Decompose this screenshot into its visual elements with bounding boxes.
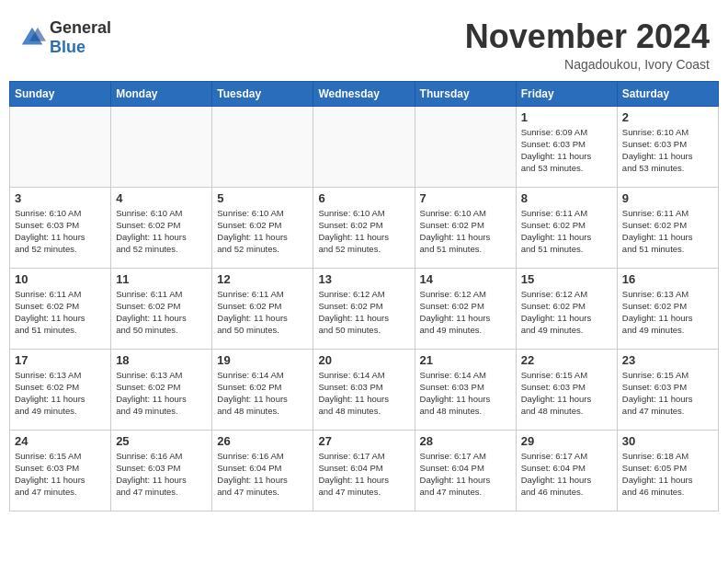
calendar-day-11: 11Sunrise: 6:11 AM Sunset: 6:02 PM Dayli… [111,268,212,349]
calendar-day-4: 4Sunrise: 6:10 AM Sunset: 6:02 PM Daylig… [111,187,212,268]
calendar-day-empty [10,106,111,187]
day-number: 5 [217,191,308,205]
calendar-day-3: 3Sunrise: 6:10 AM Sunset: 6:03 PM Daylig… [10,187,111,268]
day-number: 10 [15,272,106,286]
day-info: Sunrise: 6:13 AM Sunset: 6:02 PM Dayligh… [622,288,713,337]
day-number: 18 [116,353,207,367]
calendar-table: SundayMondayTuesdayWednesdayThursdayFrid… [9,81,719,511]
calendar-day-24: 24Sunrise: 6:15 AM Sunset: 6:03 PM Dayli… [10,430,111,511]
day-info: Sunrise: 6:10 AM Sunset: 6:03 PM Dayligh… [15,207,106,256]
day-info: Sunrise: 6:15 AM Sunset: 6:03 PM Dayligh… [521,369,612,418]
calendar-day-empty [111,106,212,187]
calendar-week-row: 10Sunrise: 6:11 AM Sunset: 6:02 PM Dayli… [10,268,719,349]
day-number: 8 [521,191,612,205]
day-number: 28 [420,434,511,448]
logo-text: General Blue [50,18,111,57]
calendar-day-21: 21Sunrise: 6:14 AM Sunset: 6:03 PM Dayli… [415,349,516,430]
calendar-day-27: 27Sunrise: 6:17 AM Sunset: 6:04 PM Dayli… [313,430,415,511]
calendar-day-2: 2Sunrise: 6:10 AM Sunset: 6:03 PM Daylig… [617,106,718,187]
day-info: Sunrise: 6:11 AM Sunset: 6:02 PM Dayligh… [521,207,612,256]
logo-icon [18,24,46,52]
calendar-day-28: 28Sunrise: 6:17 AM Sunset: 6:04 PM Dayli… [415,430,516,511]
day-number: 1 [521,110,612,124]
day-number: 3 [15,191,106,205]
day-number: 7 [420,191,511,205]
day-number: 16 [622,272,713,286]
calendar-day-25: 25Sunrise: 6:16 AM Sunset: 6:03 PM Dayli… [111,430,212,511]
day-info: Sunrise: 6:13 AM Sunset: 6:02 PM Dayligh… [15,369,106,418]
calendar-day-22: 22Sunrise: 6:15 AM Sunset: 6:03 PM Dayli… [516,349,617,430]
day-number: 13 [318,272,409,286]
calendar-day-20: 20Sunrise: 6:14 AM Sunset: 6:03 PM Dayli… [313,349,415,430]
weekday-header-saturday: Saturday [617,81,718,106]
day-info: Sunrise: 6:11 AM Sunset: 6:02 PM Dayligh… [116,288,207,337]
calendar-day-29: 29Sunrise: 6:17 AM Sunset: 6:04 PM Dayli… [516,430,617,511]
day-info: Sunrise: 6:11 AM Sunset: 6:02 PM Dayligh… [217,288,308,337]
calendar-day-17: 17Sunrise: 6:13 AM Sunset: 6:02 PM Dayli… [10,349,111,430]
weekday-header-wednesday: Wednesday [313,81,415,106]
day-info: Sunrise: 6:14 AM Sunset: 6:02 PM Dayligh… [217,369,308,418]
logo: General Blue [18,18,111,57]
calendar-day-10: 10Sunrise: 6:11 AM Sunset: 6:02 PM Dayli… [10,268,111,349]
day-info: Sunrise: 6:15 AM Sunset: 6:03 PM Dayligh… [622,369,713,418]
calendar-week-row: 17Sunrise: 6:13 AM Sunset: 6:02 PM Dayli… [10,349,719,430]
day-info: Sunrise: 6:11 AM Sunset: 6:02 PM Dayligh… [15,288,106,337]
weekday-header-sunday: Sunday [10,81,111,106]
calendar-day-12: 12Sunrise: 6:11 AM Sunset: 6:02 PM Dayli… [212,268,313,349]
calendar-day-5: 5Sunrise: 6:10 AM Sunset: 6:02 PM Daylig… [212,187,313,268]
day-info: Sunrise: 6:10 AM Sunset: 6:02 PM Dayligh… [116,207,207,256]
calendar-day-13: 13Sunrise: 6:12 AM Sunset: 6:02 PM Dayli… [313,268,415,349]
day-number: 21 [420,353,511,367]
calendar-day-7: 7Sunrise: 6:10 AM Sunset: 6:02 PM Daylig… [415,187,516,268]
calendar-day-26: 26Sunrise: 6:16 AM Sunset: 6:04 PM Dayli… [212,430,313,511]
day-info: Sunrise: 6:10 AM Sunset: 6:02 PM Dayligh… [318,207,409,256]
day-number: 15 [521,272,612,286]
calendar-day-18: 18Sunrise: 6:13 AM Sunset: 6:02 PM Dayli… [111,349,212,430]
logo-general: General [50,18,111,38]
calendar-day-6: 6Sunrise: 6:10 AM Sunset: 6:02 PM Daylig… [313,187,415,268]
calendar-day-9: 9Sunrise: 6:11 AM Sunset: 6:02 PM Daylig… [617,187,718,268]
day-number: 19 [217,353,308,367]
day-info: Sunrise: 6:10 AM Sunset: 6:03 PM Dayligh… [622,126,713,175]
day-info: Sunrise: 6:13 AM Sunset: 6:02 PM Dayligh… [116,369,207,418]
day-info: Sunrise: 6:10 AM Sunset: 6:02 PM Dayligh… [217,207,308,256]
calendar-day-empty [212,106,313,187]
weekday-header-row: SundayMondayTuesdayWednesdayThursdayFrid… [10,81,719,106]
month-year-title: November 2024 [465,18,710,55]
day-number: 30 [622,434,713,448]
calendar-day-19: 19Sunrise: 6:14 AM Sunset: 6:02 PM Dayli… [212,349,313,430]
day-info: Sunrise: 6:18 AM Sunset: 6:05 PM Dayligh… [622,450,713,499]
day-info: Sunrise: 6:12 AM Sunset: 6:02 PM Dayligh… [420,288,511,337]
day-number: 29 [521,434,612,448]
day-number: 24 [15,434,106,448]
day-number: 2 [622,110,713,124]
calendar-day-8: 8Sunrise: 6:11 AM Sunset: 6:02 PM Daylig… [516,187,617,268]
day-number: 17 [15,353,106,367]
day-number: 26 [217,434,308,448]
day-info: Sunrise: 6:12 AM Sunset: 6:02 PM Dayligh… [318,288,409,337]
calendar-day-30: 30Sunrise: 6:18 AM Sunset: 6:05 PM Dayli… [617,430,718,511]
day-number: 4 [116,191,207,205]
weekday-header-tuesday: Tuesday [212,81,313,106]
weekday-header-friday: Friday [516,81,617,106]
day-info: Sunrise: 6:14 AM Sunset: 6:03 PM Dayligh… [318,369,409,418]
calendar-day-15: 15Sunrise: 6:12 AM Sunset: 6:02 PM Dayli… [516,268,617,349]
calendar-day-1: 1Sunrise: 6:09 AM Sunset: 6:03 PM Daylig… [516,106,617,187]
day-info: Sunrise: 6:17 AM Sunset: 6:04 PM Dayligh… [318,450,409,499]
day-number: 27 [318,434,409,448]
weekday-header-monday: Monday [111,81,212,106]
calendar-day-empty [313,106,415,187]
page-header: General Blue November 2024 Nagadoukou, I… [9,9,719,76]
calendar-day-14: 14Sunrise: 6:12 AM Sunset: 6:02 PM Dayli… [415,268,516,349]
day-info: Sunrise: 6:17 AM Sunset: 6:04 PM Dayligh… [521,450,612,499]
day-number: 9 [622,191,713,205]
title-area: November 2024 Nagadoukou, Ivory Coast [465,18,710,72]
day-info: Sunrise: 6:16 AM Sunset: 6:04 PM Dayligh… [217,450,308,499]
calendar-week-row: 1Sunrise: 6:09 AM Sunset: 6:03 PM Daylig… [10,106,719,187]
day-number: 20 [318,353,409,367]
day-number: 6 [318,191,409,205]
calendar-day-23: 23Sunrise: 6:15 AM Sunset: 6:03 PM Dayli… [617,349,718,430]
day-number: 25 [116,434,207,448]
calendar-day-16: 16Sunrise: 6:13 AM Sunset: 6:02 PM Dayli… [617,268,718,349]
day-info: Sunrise: 6:10 AM Sunset: 6:02 PM Dayligh… [420,207,511,256]
